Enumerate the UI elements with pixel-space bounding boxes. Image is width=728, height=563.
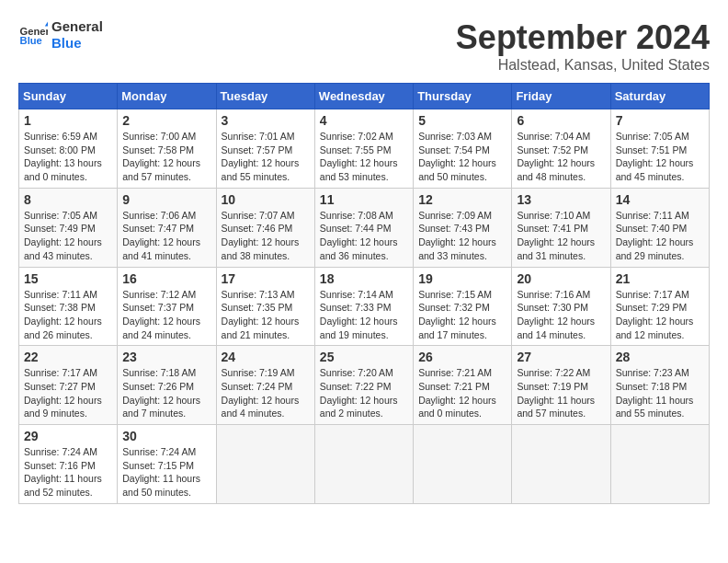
calendar-cell: 10Sunrise: 7:07 AM Sunset: 7:46 PM Dayli… <box>216 188 314 267</box>
calendar-cell: 19Sunrise: 7:15 AM Sunset: 7:32 PM Dayli… <box>414 267 512 346</box>
calendar-cell: 27Sunrise: 7:22 AM Sunset: 7:19 PM Dayli… <box>512 346 610 425</box>
calendar-cell: 1Sunrise: 6:59 AM Sunset: 8:00 PM Daylig… <box>19 109 118 189</box>
calendar-cell: 6Sunrise: 7:04 AM Sunset: 7:52 PM Daylig… <box>512 109 610 189</box>
day-info: Sunrise: 7:15 AM Sunset: 7:32 PM Dayligh… <box>418 288 506 342</box>
calendar-cell: 8Sunrise: 7:05 AM Sunset: 7:49 PM Daylig… <box>19 188 118 267</box>
weekday-header-sunday: Sunday <box>19 84 118 109</box>
calendar-cell: 5Sunrise: 7:03 AM Sunset: 7:54 PM Daylig… <box>414 109 512 189</box>
calendar-cell <box>314 425 413 504</box>
day-number: 7 <box>616 113 704 128</box>
calendar-cell: 14Sunrise: 7:11 AM Sunset: 7:40 PM Dayli… <box>610 188 709 267</box>
day-info: Sunrise: 7:22 AM Sunset: 7:19 PM Dayligh… <box>517 366 605 420</box>
weekday-header-friday: Friday <box>512 84 610 109</box>
day-number: 23 <box>122 350 210 364</box>
day-info: Sunrise: 7:19 AM Sunset: 7:24 PM Dayligh… <box>222 366 310 420</box>
calendar-cell <box>414 425 512 504</box>
day-info: Sunrise: 7:04 AM Sunset: 7:52 PM Dayligh… <box>517 130 605 184</box>
day-number: 21 <box>616 271 704 286</box>
calendar-table: SundayMondayTuesdayWednesdayThursdayFrid… <box>18 83 710 504</box>
day-info: Sunrise: 7:17 AM Sunset: 7:27 PM Dayligh… <box>24 366 112 420</box>
calendar-cell: 29Sunrise: 7:24 AM Sunset: 7:16 PM Dayli… <box>19 425 118 504</box>
day-info: Sunrise: 7:05 AM Sunset: 7:51 PM Dayligh… <box>616 130 704 184</box>
calendar-cell: 2Sunrise: 7:00 AM Sunset: 7:58 PM Daylig… <box>118 109 216 189</box>
day-info: Sunrise: 7:16 AM Sunset: 7:30 PM Dayligh… <box>517 288 605 342</box>
title-block: September 2024 Halstead, Kansas, United … <box>456 18 710 74</box>
week-row-1: 1Sunrise: 6:59 AM Sunset: 8:00 PM Daylig… <box>19 109 710 189</box>
day-number: 14 <box>616 192 704 207</box>
day-number: 15 <box>24 271 112 286</box>
calendar-cell: 16Sunrise: 7:12 AM Sunset: 7:37 PM Dayli… <box>118 267 216 346</box>
day-info: Sunrise: 7:23 AM Sunset: 7:18 PM Dayligh… <box>616 366 704 420</box>
calendar-cell: 28Sunrise: 7:23 AM Sunset: 7:18 PM Dayli… <box>610 346 709 425</box>
weekday-header-row: SundayMondayTuesdayWednesdayThursdayFrid… <box>19 84 710 109</box>
calendar-cell: 20Sunrise: 7:16 AM Sunset: 7:30 PM Dayli… <box>512 267 610 346</box>
week-row-3: 15Sunrise: 7:11 AM Sunset: 7:38 PM Dayli… <box>19 267 710 346</box>
weekday-header-thursday: Thursday <box>414 84 512 109</box>
calendar-cell <box>512 425 610 504</box>
day-number: 29 <box>24 429 112 443</box>
day-number: 1 <box>24 113 112 128</box>
calendar-cell <box>216 425 314 504</box>
day-number: 9 <box>122 192 210 207</box>
day-number: 22 <box>24 350 112 364</box>
day-info: Sunrise: 7:00 AM Sunset: 7:58 PM Dayligh… <box>122 130 210 184</box>
day-number: 25 <box>320 350 408 364</box>
day-info: Sunrise: 7:01 AM Sunset: 7:57 PM Dayligh… <box>222 130 310 184</box>
day-info: Sunrise: 7:13 AM Sunset: 7:35 PM Dayligh… <box>222 288 310 342</box>
day-info: Sunrise: 7:24 AM Sunset: 7:15 PM Dayligh… <box>122 445 210 500</box>
day-number: 10 <box>222 192 310 207</box>
day-number: 20 <box>517 271 605 286</box>
day-info: Sunrise: 7:03 AM Sunset: 7:54 PM Dayligh… <box>418 130 506 184</box>
weekday-header-tuesday: Tuesday <box>216 84 314 109</box>
day-info: Sunrise: 7:21 AM Sunset: 7:21 PM Dayligh… <box>418 366 506 420</box>
calendar-cell: 13Sunrise: 7:10 AM Sunset: 7:41 PM Dayli… <box>512 188 610 267</box>
day-number: 24 <box>222 350 310 364</box>
day-number: 12 <box>418 192 506 207</box>
day-number: 3 <box>222 113 310 128</box>
day-info: Sunrise: 7:07 AM Sunset: 7:46 PM Dayligh… <box>222 209 310 263</box>
calendar-cell: 22Sunrise: 7:17 AM Sunset: 7:27 PM Dayli… <box>19 346 118 425</box>
page-header: General Blue General Blue September 2024… <box>18 18 710 74</box>
calendar-cell: 15Sunrise: 7:11 AM Sunset: 7:38 PM Dayli… <box>19 267 118 346</box>
logo-blue-text: Blue <box>51 35 103 52</box>
day-number: 8 <box>24 192 112 207</box>
day-number: 13 <box>517 192 605 207</box>
day-number: 4 <box>320 113 408 128</box>
calendar-cell: 30Sunrise: 7:24 AM Sunset: 7:15 PM Dayli… <box>118 425 216 504</box>
weekday-header-monday: Monday <box>118 84 216 109</box>
svg-text:Blue: Blue <box>20 35 42 46</box>
calendar-cell: 17Sunrise: 7:13 AM Sunset: 7:35 PM Dayli… <box>216 267 314 346</box>
day-number: 17 <box>222 271 310 286</box>
day-info: Sunrise: 7:08 AM Sunset: 7:44 PM Dayligh… <box>320 209 408 263</box>
day-info: Sunrise: 7:10 AM Sunset: 7:41 PM Dayligh… <box>517 209 605 263</box>
week-row-5: 29Sunrise: 7:24 AM Sunset: 7:16 PM Dayli… <box>19 425 710 504</box>
day-info: Sunrise: 6:59 AM Sunset: 8:00 PM Dayligh… <box>24 130 112 184</box>
calendar-cell: 11Sunrise: 7:08 AM Sunset: 7:44 PM Dayli… <box>314 188 413 267</box>
day-number: 26 <box>418 350 506 364</box>
calendar-cell: 18Sunrise: 7:14 AM Sunset: 7:33 PM Dayli… <box>314 267 413 346</box>
day-number: 28 <box>616 350 704 364</box>
day-info: Sunrise: 7:11 AM Sunset: 7:40 PM Dayligh… <box>616 209 704 263</box>
calendar-cell: 24Sunrise: 7:19 AM Sunset: 7:24 PM Dayli… <box>216 346 314 425</box>
week-row-4: 22Sunrise: 7:17 AM Sunset: 7:27 PM Dayli… <box>19 346 710 425</box>
calendar-cell: 25Sunrise: 7:20 AM Sunset: 7:22 PM Dayli… <box>314 346 413 425</box>
calendar-cell: 21Sunrise: 7:17 AM Sunset: 7:29 PM Dayli… <box>610 267 709 346</box>
day-number: 27 <box>517 350 605 364</box>
day-info: Sunrise: 7:09 AM Sunset: 7:43 PM Dayligh… <box>418 209 506 263</box>
day-info: Sunrise: 7:02 AM Sunset: 7:55 PM Dayligh… <box>320 130 408 184</box>
day-info: Sunrise: 7:11 AM Sunset: 7:38 PM Dayligh… <box>24 288 112 342</box>
calendar-cell: 3Sunrise: 7:01 AM Sunset: 7:57 PM Daylig… <box>216 109 314 189</box>
day-info: Sunrise: 7:05 AM Sunset: 7:49 PM Dayligh… <box>24 209 112 263</box>
calendar-cell: 7Sunrise: 7:05 AM Sunset: 7:51 PM Daylig… <box>610 109 709 189</box>
location: Halstead, Kansas, United States <box>456 57 710 74</box>
day-number: 5 <box>418 113 506 128</box>
day-number: 11 <box>320 192 408 207</box>
logo-general-text: General <box>51 18 103 35</box>
calendar-cell: 12Sunrise: 7:09 AM Sunset: 7:43 PM Dayli… <box>414 188 512 267</box>
day-info: Sunrise: 7:20 AM Sunset: 7:22 PM Dayligh… <box>320 366 408 420</box>
day-number: 2 <box>122 113 210 128</box>
month-title: September 2024 <box>456 18 710 57</box>
weekday-header-wednesday: Wednesday <box>314 84 413 109</box>
weekday-header-saturday: Saturday <box>610 84 709 109</box>
day-info: Sunrise: 7:24 AM Sunset: 7:16 PM Dayligh… <box>24 445 112 500</box>
